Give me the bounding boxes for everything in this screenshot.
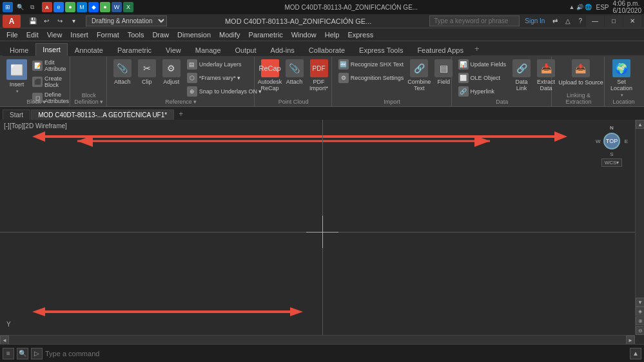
clip-btn[interactable]: ✂ Clip xyxy=(135,58,159,86)
adjust-btn[interactable]: ⚙ Adjust xyxy=(160,58,183,86)
search-input[interactable] xyxy=(429,15,520,26)
combine-text-btn[interactable]: 🔗 CombineText xyxy=(407,58,431,93)
data-link-btn[interactable]: 🔗 DataLink xyxy=(510,58,533,93)
tab-express[interactable]: Express Tools xyxy=(352,44,410,56)
menu-draw[interactable]: Draw xyxy=(148,30,173,40)
settings-icon[interactable]: △ xyxy=(563,17,573,25)
pdf-import-btn[interactable]: PDF PDFImport* xyxy=(307,58,331,93)
menu-insert[interactable]: Insert xyxy=(66,30,92,40)
tab-add[interactable]: + xyxy=(471,42,483,55)
menu-modify[interactable]: Modify xyxy=(215,30,244,40)
update-fields-btn[interactable]: 📊 Update Fields xyxy=(456,58,509,71)
scroll-track-h xyxy=(9,336,626,344)
insert-dropdown[interactable]: ▾ xyxy=(16,89,19,94)
combine-icon: 🔗 xyxy=(410,59,428,77)
system-tray: ▲ 🔊 🌐 xyxy=(569,4,592,10)
location-dropdown[interactable]: ▾ xyxy=(621,93,623,98)
menu-parametric[interactable]: Parametric xyxy=(244,30,286,40)
minimize-btn[interactable]: — xyxy=(586,15,604,27)
ie-taskbar-icon[interactable]: e xyxy=(54,2,64,12)
tab-view[interactable]: View xyxy=(159,44,188,56)
scroll-up-btn[interactable]: ▲ xyxy=(636,120,644,129)
recognize-shx-btn[interactable]: 🔤 Recognize SHX Text xyxy=(336,58,407,71)
exchange-icon[interactable]: ⇄ xyxy=(550,17,560,25)
help-icon[interactable]: ? xyxy=(576,17,585,25)
menu-tools[interactable]: Tools xyxy=(124,30,148,40)
shx-icon: 🔤 xyxy=(338,59,349,70)
scroll-left-btn[interactable]: ◄ xyxy=(0,336,9,344)
nav-cube[interactable]: N S E W TOP WCS▾ xyxy=(592,125,631,173)
tab-home[interactable]: Home xyxy=(3,44,35,56)
scrollbar-horizontal[interactable]: ◄ ► xyxy=(0,335,635,344)
menu-dimension[interactable]: Dimension xyxy=(173,30,215,40)
workspace-selector[interactable]: Drafting & Annotation xyxy=(86,15,167,26)
menu-express[interactable]: Express xyxy=(344,30,377,40)
underlay-layers-btn[interactable]: ▤ Underlay Layers xyxy=(184,58,265,71)
menu-format[interactable]: Format xyxy=(93,30,123,40)
save-btn[interactable]: 💾 xyxy=(27,15,39,27)
menu-file[interactable]: File xyxy=(3,30,22,40)
menu-view[interactable]: View xyxy=(43,30,66,40)
scrollbar-vertical[interactable]: ▲ ▼ ◈ ⊕ ⊖ xyxy=(635,120,644,335)
frames-vary-btn[interactable]: ⬡ *Frames vary* ▾ xyxy=(184,71,265,84)
pan-btn-3[interactable]: ⊖ xyxy=(636,326,644,335)
cmd-search-btn[interactable]: 🔍 xyxy=(17,348,28,359)
attach-btn[interactable]: 📎 Attach xyxy=(111,58,134,86)
tab-addins[interactable]: Add-ins xyxy=(264,44,302,56)
cube-top-btn[interactable]: TOP xyxy=(603,133,620,149)
redo-btn[interactable]: ↪ xyxy=(54,15,66,27)
undo-btn[interactable]: ↩ xyxy=(41,15,52,27)
pan-btn-2[interactable]: ⊕ xyxy=(636,316,644,325)
close-btn[interactable]: ✕ xyxy=(623,15,641,27)
tab-parametric[interactable]: Parametric xyxy=(110,44,159,56)
cmd-expand-btn[interactable]: ▲ xyxy=(630,348,641,359)
doc-tab-start[interactable]: Start xyxy=(3,110,30,120)
hyperlink-btn[interactable]: 🔗 Hyperlink xyxy=(456,85,509,98)
word-taskbar-icon[interactable]: W xyxy=(112,2,122,12)
tab-featured[interactable]: Featured Apps xyxy=(410,44,471,56)
ole-object-btn[interactable]: ⬜ OLE Object xyxy=(456,71,509,84)
scroll-right-btn[interactable]: ► xyxy=(626,336,635,344)
create-block-btn[interactable]: ⬛ CreateBlock xyxy=(30,74,72,90)
dropbox-taskbar-icon[interactable]: ◆ xyxy=(88,2,99,12)
menu-help[interactable]: Help xyxy=(321,30,344,40)
attach2-btn[interactable]: 📎 Attach xyxy=(283,58,306,86)
autocad-taskbar-icon[interactable]: A xyxy=(42,2,52,12)
command-input[interactable] xyxy=(45,350,627,357)
qa-dropdown[interactable]: ▾ xyxy=(68,15,79,27)
tab-collaborate[interactable]: Collaborate xyxy=(302,44,352,56)
recognition-settings-btn[interactable]: ⚙ Recognition Settings xyxy=(336,71,407,84)
excel-taskbar-icon[interactable]: X xyxy=(123,2,133,12)
menu-edit[interactable]: Edit xyxy=(23,30,43,40)
field-btn[interactable]: ▤ Field xyxy=(432,58,455,86)
search-taskbar-icon[interactable]: 🔍 xyxy=(15,2,25,12)
compass-s: S xyxy=(610,151,613,157)
sign-in-btn[interactable]: Sign In xyxy=(525,17,545,24)
snap-underlays-btn[interactable]: ⊕ Snap to Underlays ON ▾ xyxy=(184,85,265,98)
taskview-icon[interactable]: ⧉ xyxy=(27,2,37,12)
file-menubar: File Edit View Insert Format Tools Draw … xyxy=(0,28,644,41)
chrome2-taskbar-icon[interactable]: ● xyxy=(100,2,110,12)
tab-manage[interactable]: Manage xyxy=(188,44,228,56)
maximize-btn[interactable]: □ xyxy=(605,15,623,27)
chrome-taskbar-icon[interactable]: ● xyxy=(65,2,75,12)
upload-source-btn[interactable]: 📤 Upload to Source xyxy=(556,58,606,87)
scroll-down-btn[interactable]: ▼ xyxy=(636,298,644,307)
autodesk-recap-btn[interactable]: ReCap AutodeskReCap xyxy=(259,58,282,93)
tab-insert[interactable]: Insert xyxy=(35,43,68,56)
outlook-taskbar-icon[interactable]: M xyxy=(77,2,87,12)
windows-icon[interactable]: ⊞ xyxy=(3,2,13,12)
edit-attribute-btn[interactable]: 📝 EditAttribute xyxy=(30,58,72,73)
insert-btn[interactable]: ⬜ Insert ▾ xyxy=(5,58,28,95)
blockdef-group-label: Block Definition ▾ xyxy=(72,92,106,105)
tab-output[interactable]: Output xyxy=(228,44,264,56)
menu-window[interactable]: Window xyxy=(288,30,320,40)
set-location-btn[interactable]: 🌍 SetLocation ▾ xyxy=(609,58,634,99)
tab-annotate[interactable]: Annotate xyxy=(68,44,110,56)
cmd-customize-btn[interactable]: ≡ xyxy=(3,348,14,359)
pan-btn-1[interactable]: ◈ xyxy=(636,307,644,316)
cmd-recent-btn[interactable]: ▷ xyxy=(31,348,43,359)
autocad-logo[interactable]: A xyxy=(3,15,21,28)
doc-tab-add[interactable]: + xyxy=(175,108,187,120)
doc-tab-main[interactable]: MOD C40DT-80113-...A GEOTÉCNICA UF1* xyxy=(31,110,174,120)
